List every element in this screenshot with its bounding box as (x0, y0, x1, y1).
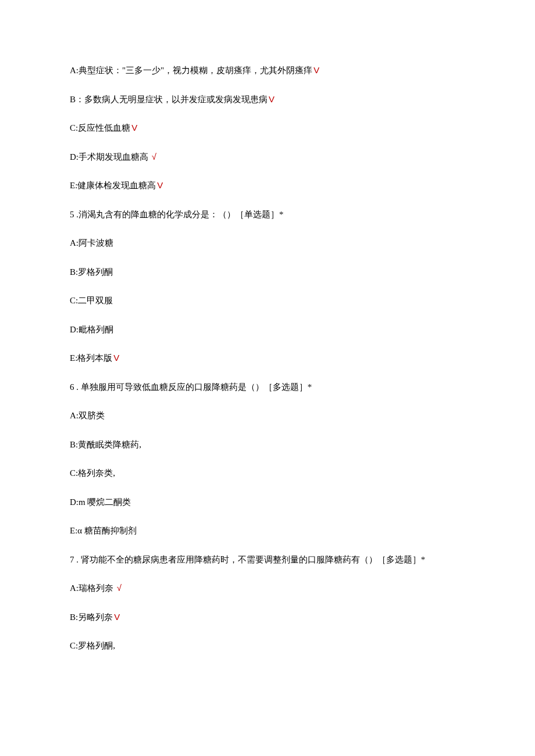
option-text: E:α 糖苗酶抑制剂 (70, 526, 137, 535)
option-text: B：多数病人无明显症状，以并发症或发病发现患病 (70, 95, 268, 104)
question-6: 6 . 单独服用可导致低血糖反应的口服降糖药是（）［多选题］* (70, 381, 465, 394)
option-text: B:罗格列酮 (70, 267, 113, 277)
option-e-q6: E:α 糖苗酶抑制剂 (70, 524, 465, 538)
correct-mark: V (157, 180, 163, 190)
option-e-q4: E:健康体检发现血糖高V (70, 179, 465, 192)
option-text: D:m 嘤烷二酮类 (70, 497, 131, 507)
option-text: C:格列奈类, (70, 468, 115, 478)
option-text: C:反应性低血糖 (70, 123, 130, 132)
option-d-q4: D:手术期发现血糖高 √ (70, 151, 465, 164)
option-b-q7: B:另略列奈V (70, 611, 465, 624)
option-text: C:二甲双服 (70, 296, 113, 305)
option-a-q6: A:双脐类 (70, 409, 465, 422)
option-b-q4: B：多数病人无明显症状，以并发症或发病发现患病V (70, 93, 465, 106)
question-7: 7 . 肾功能不全的糖尿病患者应用降糖药时，不需要调整剂量的口服降糖药有（）［多… (70, 553, 465, 567)
option-text: C:罗格列酮, (70, 641, 115, 650)
option-text: B:另略列奈 (70, 612, 113, 622)
correct-mark: √ (152, 152, 156, 162)
option-c-q4: C:反应性低血糖V (70, 121, 465, 135)
question-text: 6 . 单独服用可导致低血糖反应的口服降糖药是（）［多选题］* (70, 382, 312, 392)
option-text: A:瑞格列奈 (70, 583, 116, 593)
option-text: A:双脐类 (70, 411, 105, 420)
option-text: D:毗格列酮 (70, 325, 113, 334)
correct-mark: √ (117, 583, 122, 593)
option-c-q5: C:二甲双服 (70, 294, 465, 307)
correct-mark: V (269, 94, 274, 104)
option-d-q5: D:毗格列酮 (70, 323, 465, 336)
correct-mark: V (114, 612, 120, 622)
option-e-q5: E:格列本版V (70, 352, 465, 365)
option-text: B:黄酰眠类降糖药, (70, 440, 141, 449)
option-a-q5: A:阿卡波糖 (70, 237, 465, 250)
option-d-q6: D:m 嘤烷二酮类 (70, 496, 465, 509)
question-5: 5 .消渴丸含有的降血糖的化学成分是：（）［单选题］* (70, 208, 465, 221)
question-text: 5 .消渴丸含有的降血糖的化学成分是：（）［单选题］* (70, 210, 284, 219)
option-c-q6: C:格列奈类, (70, 467, 465, 480)
correct-mark: V (113, 353, 119, 363)
option-c-q7: C:罗格列酮, (70, 639, 465, 653)
option-text: E:健康体检发现血糖高 (70, 181, 156, 190)
option-text: E:格列本版 (70, 353, 112, 363)
correct-mark: V (131, 123, 137, 132)
correct-mark: V (313, 65, 319, 75)
option-b-q6: B:黄酰眠类降糖药, (70, 438, 465, 452)
option-b-q5: B:罗格列酮 (70, 266, 465, 279)
option-text: D:手术期发现血糖高 (70, 152, 151, 162)
option-text: A:典型症状："三多一少"，视力模糊，皮胡瘙痒，尤其外阴瘙痒 (70, 66, 312, 75)
question-text: 7 . 肾功能不全的糖尿病患者应用降糖药时，不需要调整剂量的口服降糖药有（）［多… (70, 555, 425, 564)
option-text: A:阿卡波糖 (70, 238, 113, 248)
option-a-q4: A:典型症状："三多一少"，视力模糊，皮胡瘙痒，尤其外阴瘙痒V (70, 64, 465, 77)
option-a-q7: A:瑞格列奈 √ (70, 582, 465, 595)
